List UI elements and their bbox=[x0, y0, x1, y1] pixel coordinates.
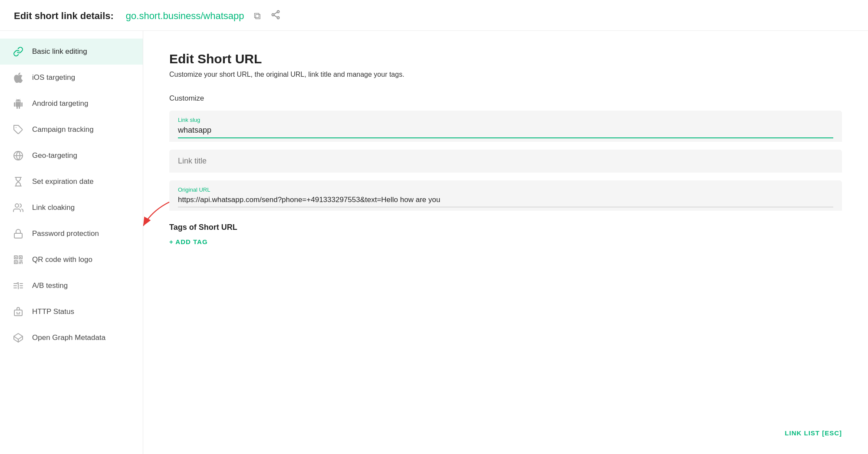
content-area: Edit Short URL Customize your short URL,… bbox=[143, 31, 868, 454]
svg-point-33 bbox=[19, 312, 20, 314]
android-icon bbox=[12, 98, 24, 110]
sidebar-item-ab-testing[interactable]: A/B testing bbox=[0, 273, 143, 299]
svg-rect-14 bbox=[20, 257, 21, 258]
original-url-label: Original URL bbox=[178, 186, 833, 193]
link-title-input[interactable] bbox=[178, 156, 833, 168]
top-bar: Edit short link details: go.short.busine… bbox=[0, 0, 868, 31]
link-title-field bbox=[169, 150, 842, 173]
split-icon bbox=[12, 280, 24, 292]
sidebar-label-android-targeting: Android targeting bbox=[32, 99, 88, 108]
sidebar: Basic link editing iOS targeting A bbox=[0, 31, 143, 454]
content-title: Edit Short URL bbox=[169, 52, 842, 66]
sidebar-label-ab-testing: A/B testing bbox=[32, 281, 68, 291]
apple-icon bbox=[12, 72, 24, 84]
svg-line-3 bbox=[274, 15, 277, 17]
link-slug-input[interactable] bbox=[178, 125, 833, 137]
content-subtitle: Customize your short URL, the original U… bbox=[169, 71, 842, 78]
sidebar-item-http-status[interactable]: HTTP Status bbox=[0, 299, 143, 325]
network-icon bbox=[12, 332, 24, 344]
hourglass-icon bbox=[12, 176, 24, 188]
link-slug-underline bbox=[178, 137, 833, 138]
sidebar-label-password-protection: Password protection bbox=[32, 229, 99, 238]
tag-icon bbox=[12, 124, 24, 136]
sidebar-label-set-expiration-date: Set expiration date bbox=[32, 177, 94, 186]
original-url-input[interactable] bbox=[178, 195, 833, 207]
original-url-field: Original URL bbox=[169, 180, 842, 211]
page-title: Edit short link details: bbox=[14, 10, 114, 22]
lock-icon bbox=[12, 228, 24, 240]
tags-title: Tags of Short URL bbox=[169, 223, 842, 232]
sidebar-item-geo-targeting[interactable]: Geo-targeting bbox=[0, 143, 143, 169]
sidebar-item-android-targeting[interactable]: Android targeting bbox=[0, 91, 143, 117]
sidebar-label-basic-link-editing: Basic link editing bbox=[32, 47, 87, 56]
sidebar-label-qr-code-with-logo: QR code with logo bbox=[32, 255, 92, 265]
sidebar-item-open-graph-metadata[interactable]: Open Graph Metadata bbox=[0, 325, 143, 351]
short-url-link[interactable]: go.short.business/whatsapp bbox=[126, 10, 244, 22]
sidebar-label-campaign-tracking: Campaign tracking bbox=[32, 125, 94, 134]
link-slug-field: Link slug bbox=[169, 111, 842, 142]
svg-rect-15 bbox=[15, 261, 16, 263]
share-icon[interactable] bbox=[270, 10, 281, 23]
tags-section: Tags of Short URL + ADD TAG bbox=[169, 223, 842, 246]
add-tag-button[interactable]: + ADD TAG bbox=[169, 238, 208, 245]
svg-point-32 bbox=[16, 312, 18, 314]
customize-label: Customize bbox=[169, 94, 842, 103]
robot-icon bbox=[12, 306, 24, 318]
sidebar-item-ios-targeting[interactable]: iOS targeting bbox=[0, 65, 143, 91]
main-layout: Basic link editing iOS targeting A bbox=[0, 31, 868, 454]
page-wrapper: Edit short link details: go.short.busine… bbox=[0, 0, 868, 454]
sidebar-label-ios-targeting: iOS targeting bbox=[32, 73, 75, 82]
qr-icon bbox=[12, 254, 24, 266]
sidebar-label-http-status: HTTP Status bbox=[32, 307, 74, 317]
svg-line-4 bbox=[274, 12, 277, 14]
sidebar-item-qr-code-with-logo[interactable]: QR code with logo bbox=[0, 247, 143, 273]
svg-rect-9 bbox=[14, 233, 22, 238]
sidebar-label-geo-targeting: Geo-targeting bbox=[32, 151, 77, 160]
link-slug-label: Link slug bbox=[178, 117, 833, 123]
link-icon bbox=[12, 46, 24, 58]
original-url-underline bbox=[178, 207, 833, 207]
sidebar-item-password-protection[interactable]: Password protection bbox=[0, 221, 143, 247]
sidebar-item-basic-link-editing[interactable]: Basic link editing bbox=[0, 39, 143, 65]
sidebar-label-open-graph-metadata: Open Graph Metadata bbox=[32, 333, 105, 343]
svg-point-8 bbox=[15, 204, 19, 207]
person-mask-icon bbox=[12, 202, 24, 214]
globe-icon bbox=[12, 150, 24, 162]
svg-rect-31 bbox=[14, 310, 22, 316]
copy-icon[interactable]: ⧉ bbox=[254, 10, 261, 22]
sidebar-item-link-cloaking[interactable]: Link cloaking bbox=[0, 195, 143, 221]
sidebar-item-set-expiration-date[interactable]: Set expiration date bbox=[0, 169, 143, 195]
sidebar-label-link-cloaking: Link cloaking bbox=[32, 203, 75, 212]
sidebar-item-campaign-tracking[interactable]: Campaign tracking bbox=[0, 117, 143, 143]
svg-rect-13 bbox=[15, 257, 16, 258]
link-list-button[interactable]: LINK LIST [ESC] bbox=[785, 429, 842, 437]
